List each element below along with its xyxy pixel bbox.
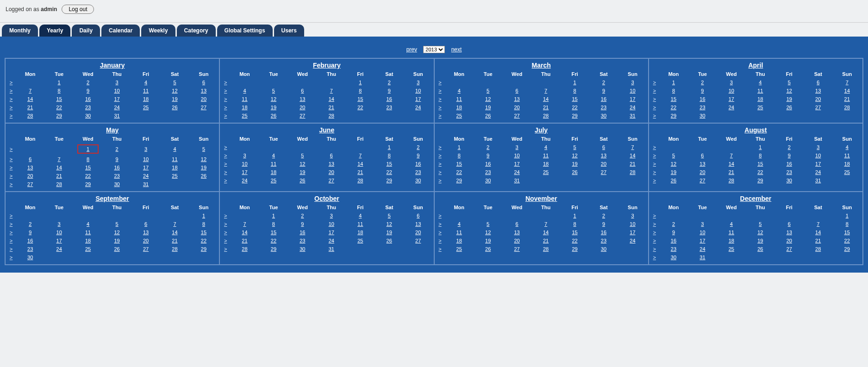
- week-link[interactable]: >: [10, 113, 12, 118]
- week-link[interactable]: >: [653, 213, 656, 218]
- day-link[interactable]: 12: [485, 96, 491, 102]
- day-link[interactable]: 15: [201, 230, 206, 235]
- day-link[interactable]: 18: [271, 169, 276, 175]
- day-link[interactable]: 29: [757, 178, 763, 183]
- day-link[interactable]: 22: [844, 238, 850, 243]
- day-link[interactable]: 19: [271, 105, 276, 110]
- day-link[interactable]: 12: [572, 153, 577, 158]
- day-link[interactable]: 8: [388, 153, 391, 158]
- day-link[interactable]: 23: [387, 105, 392, 110]
- day-link[interactable]: 4: [173, 146, 176, 152]
- day-link[interactable]: 9: [602, 88, 605, 93]
- day-link[interactable]: 2: [487, 144, 489, 150]
- day-link[interactable]: 19: [114, 238, 119, 243]
- day-link[interactable]: 7: [544, 221, 547, 227]
- day-link[interactable]: 11: [143, 88, 149, 93]
- day-link[interactable]: 16: [114, 165, 119, 170]
- day-link[interactable]: 16: [787, 161, 792, 167]
- day-link[interactable]: 5: [788, 80, 791, 85]
- day-link[interactable]: 28: [543, 246, 549, 252]
- week-link[interactable]: >: [224, 88, 227, 93]
- month-title-april[interactable]: April: [650, 60, 862, 70]
- day-link[interactable]: 31: [815, 178, 821, 183]
- month-title-march[interactable]: March: [436, 60, 647, 70]
- week-link[interactable]: >: [653, 144, 656, 150]
- day-link[interactable]: 24: [329, 238, 334, 243]
- day-link[interactable]: 11: [729, 230, 734, 235]
- day-link[interactable]: 2: [301, 213, 304, 218]
- day-link[interactable]: 14: [543, 96, 549, 102]
- day-link[interactable]: 25: [543, 169, 549, 175]
- day-link[interactable]: 21: [844, 96, 850, 102]
- day-link[interactable]: 21: [543, 105, 549, 110]
- day-link[interactable]: 4: [730, 221, 733, 227]
- day-link[interactable]: 9: [487, 153, 489, 158]
- day-link[interactable]: 15: [456, 161, 462, 167]
- day-link[interactable]: 14: [543, 230, 549, 235]
- month-title-june[interactable]: June: [221, 124, 432, 135]
- tab-monthly[interactable]: Monthly: [2, 25, 38, 37]
- day-link[interactable]: 26: [271, 113, 276, 118]
- week-link[interactable]: >: [10, 105, 12, 110]
- day-link[interactable]: 6: [417, 213, 419, 218]
- day-link[interactable]: 1: [272, 213, 275, 218]
- day-link[interactable]: 21: [815, 238, 821, 243]
- week-link[interactable]: >: [10, 221, 12, 227]
- tab-weekly[interactable]: Weekly: [141, 25, 175, 37]
- day-link[interactable]: 6: [788, 221, 791, 227]
- day-link[interactable]: 29: [671, 113, 676, 118]
- day-link[interactable]: 10: [630, 88, 635, 93]
- day-link[interactable]: 18: [844, 161, 850, 167]
- day-link[interactable]: 25: [456, 113, 462, 118]
- week-link[interactable]: >: [438, 96, 441, 102]
- day-link[interactable]: 20: [329, 169, 334, 175]
- day-link[interactable]: 31: [329, 246, 334, 252]
- day-link[interactable]: 9: [672, 230, 675, 235]
- day-link[interactable]: 7: [359, 153, 362, 158]
- month-title-november[interactable]: November: [436, 193, 647, 203]
- day-link[interactable]: 10: [329, 221, 334, 227]
- week-link[interactable]: >: [438, 144, 441, 150]
- day-link[interactable]: 28: [329, 113, 334, 118]
- day-link[interactable]: 23: [114, 173, 119, 179]
- week-link[interactable]: >: [224, 144, 227, 150]
- day-link[interactable]: 29: [201, 246, 206, 252]
- day-link[interactable]: 22: [572, 238, 577, 243]
- day-link[interactable]: 20: [27, 173, 33, 179]
- day-link[interactable]: 13: [415, 221, 421, 227]
- day-link[interactable]: 6: [516, 221, 518, 227]
- day-link[interactable]: 26: [757, 246, 763, 252]
- day-link[interactable]: 14: [242, 230, 247, 235]
- day-link[interactable]: 18: [143, 96, 149, 102]
- day-link[interactable]: 17: [699, 238, 705, 243]
- week-link[interactable]: >: [653, 169, 656, 175]
- day-link[interactable]: 15: [357, 96, 363, 102]
- day-link[interactable]: 1: [846, 213, 849, 218]
- day-link[interactable]: 21: [242, 238, 247, 243]
- day-link[interactable]: 7: [173, 221, 176, 227]
- day-link[interactable]: 19: [572, 161, 577, 167]
- day-link[interactable]: 21: [172, 238, 177, 243]
- week-link[interactable]: >: [10, 96, 12, 102]
- week-link[interactable]: >: [653, 80, 656, 85]
- day-link[interactable]: 4: [458, 221, 461, 227]
- day-link[interactable]: 12: [387, 221, 392, 227]
- day-link[interactable]: 31: [143, 181, 149, 187]
- week-link[interactable]: >: [438, 105, 441, 110]
- week-link[interactable]: >: [438, 169, 441, 175]
- day-link[interactable]: 15: [572, 96, 577, 102]
- day-link[interactable]: 4: [87, 221, 89, 227]
- day-link[interactable]: 8: [759, 153, 762, 158]
- day-link[interactable]: 9: [701, 88, 704, 93]
- day-link[interactable]: 14: [56, 165, 62, 170]
- day-link[interactable]: 15: [671, 96, 676, 102]
- day-link[interactable]: 26: [787, 105, 792, 110]
- day-link[interactable]: 14: [172, 230, 177, 235]
- day-link[interactable]: 22: [572, 105, 577, 110]
- day-link[interactable]: 30: [601, 246, 606, 252]
- tab-daily[interactable]: Daily: [72, 25, 100, 37]
- day-link[interactable]: 28: [172, 246, 177, 252]
- day-link[interactable]: 26: [201, 173, 206, 179]
- week-link[interactable]: >: [224, 238, 227, 243]
- week-link[interactable]: >: [653, 246, 656, 252]
